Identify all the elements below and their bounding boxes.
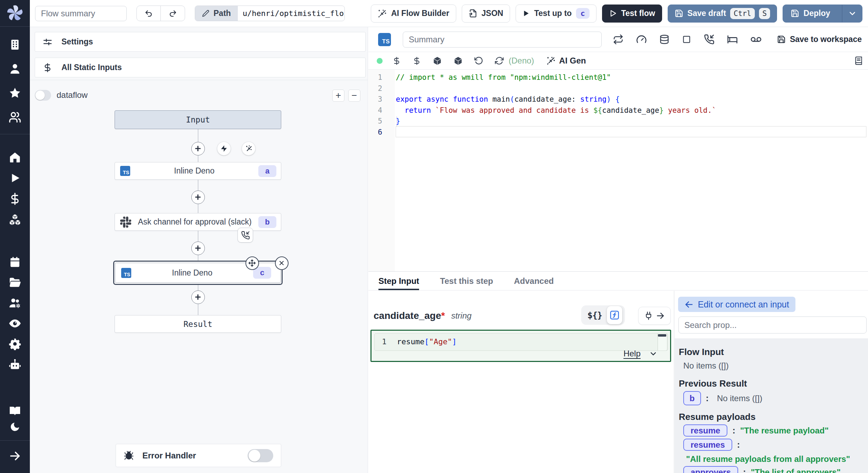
sidebar-item-folders[interactable] [0, 272, 30, 293]
assets-icon[interactable] [392, 57, 401, 65]
sidebar-item-docs[interactable] [0, 403, 30, 419]
path-group: Path u/henri/optimistic_flo [195, 6, 345, 21]
json-button[interactable]: JSON [462, 5, 510, 23]
path-edit-button[interactable]: Path [195, 6, 238, 21]
zoom-in-button[interactable]: + [332, 90, 344, 102]
sidebar-item-home[interactable] [0, 147, 30, 168]
package-icon[interactable] [433, 56, 442, 66]
line-number-active: 6 [368, 127, 382, 138]
variables-icon[interactable] [412, 57, 421, 65]
deploy-dropdown-button[interactable] [842, 5, 862, 22]
step-header-row: TS Summary Save to workspace [368, 27, 868, 52]
windmill-logo[interactable] [0, 0, 30, 27]
folder-open-icon [9, 276, 21, 289]
suspend-icon[interactable] [704, 34, 715, 45]
plus-icon [194, 145, 202, 152]
ai-flow-builder-label: AI Flow Builder [391, 9, 449, 18]
all-static-inputs-row[interactable]: All Static Inputs [35, 58, 366, 77]
code-editor[interactable]: 1// import * as wmill from "npm:windmill… [368, 70, 868, 271]
reset-icon[interactable] [474, 56, 483, 65]
test-flow-label: Test flow [621, 9, 655, 18]
mock-icon[interactable] [750, 34, 762, 45]
test-flow-button[interactable]: Test flow [602, 5, 662, 23]
ai-flow-builder-button[interactable]: AI Flow Builder [371, 5, 456, 23]
search-prop-input[interactable]: Search prop... [678, 316, 867, 333]
tab-step-input[interactable]: Step Input [378, 272, 419, 290]
connect-input-button[interactable] [638, 307, 671, 325]
sidebar-item-dark-mode[interactable] [0, 419, 30, 435]
help-link[interactable]: Help [624, 349, 641, 358]
sidebar-item-settings[interactable] [0, 333, 30, 354]
chevron-down-icon[interactable] [649, 349, 658, 358]
sidebar-item-runs[interactable] [0, 168, 30, 188]
sidebar-item-audit-logs[interactable] [0, 313, 30, 333]
reload-icon[interactable] [495, 56, 504, 65]
prop-chip-resumes[interactable]: resumes [683, 439, 732, 451]
bug-icon [124, 450, 134, 461]
add-step-button[interactable] [191, 142, 205, 155]
javascript-mode-button[interactable] [607, 306, 622, 324]
retries-icon[interactable] [613, 34, 624, 45]
save-icon [791, 9, 799, 18]
sidebar-item-ai[interactable] [0, 354, 30, 374]
prop-chip-b[interactable]: b [683, 391, 701, 405]
deploy-button[interactable]: Deploy [783, 5, 838, 22]
prop-chip-approvers[interactable]: approvers [683, 466, 738, 473]
flow-node-b[interactable]: Ask channel for approval (slack) b [115, 213, 281, 231]
colon: : [732, 425, 735, 436]
flow-node-a[interactable]: TS Inline Deno a [115, 162, 281, 180]
sidebar-item-resources[interactable] [0, 209, 30, 230]
ai-gen-button[interactable]: AI Gen [546, 56, 586, 66]
concurrency-icon[interactable] [636, 34, 647, 45]
cache-icon[interactable] [659, 34, 669, 44]
add-step-button[interactable] [191, 290, 205, 304]
redo-button[interactable] [161, 6, 185, 21]
sidebar-item-workspace[interactable] [0, 32, 30, 57]
early-stop-icon[interactable] [682, 35, 691, 44]
sleep-icon[interactable] [727, 34, 738, 45]
gear-icon [9, 338, 21, 350]
expression-editor[interactable]: 1 resume["Age"] Help [370, 330, 671, 362]
library-icon[interactable] [854, 56, 863, 65]
sidebar-item-user[interactable] [0, 57, 30, 81]
flow-node-input[interactable]: Input [115, 110, 281, 129]
add-step-button[interactable] [191, 191, 205, 204]
add-trigger-button[interactable] [217, 142, 231, 155]
dataflow-toggle[interactable] [35, 90, 51, 101]
package-icon[interactable] [453, 56, 463, 66]
tab-test-this-step[interactable]: Test this step [440, 272, 493, 290]
add-step-button[interactable] [191, 242, 205, 255]
error-handler-row[interactable]: Error Handler [116, 444, 281, 467]
tab-step-input-label: Step Input [378, 276, 419, 286]
prop-chip-resume[interactable]: resume [683, 424, 727, 437]
cubes-icon [8, 213, 22, 226]
delete-node-button[interactable] [275, 256, 289, 270]
test-up-to-button[interactable]: Test up to c [516, 5, 596, 23]
sidebar-item-favorites[interactable] [0, 81, 30, 105]
sidebar-item-workers[interactable] [0, 293, 30, 313]
path-value-input[interactable]: u/henri/optimistic_flo [238, 6, 344, 21]
flow-summary-input[interactable]: Flow summary [35, 6, 127, 21]
ai-add-step-button[interactable] [242, 142, 256, 155]
settings-row[interactable]: Settings [35, 32, 366, 52]
sidebar-item-groups[interactable] [0, 105, 30, 129]
expression-scrollbar[interactable] [658, 333, 667, 351]
sidebar-item-variables[interactable] [0, 188, 30, 209]
expression-line-number: 1 [382, 337, 386, 346]
zoom-out-button[interactable]: − [348, 90, 360, 102]
sidebar-collapse-button[interactable] [0, 446, 30, 466]
move-node-button[interactable] [245, 256, 259, 270]
error-handler-toggle[interactable] [248, 449, 273, 462]
tab-advanced[interactable]: Advanced [514, 272, 554, 290]
sidebar-item-schedules[interactable] [0, 252, 30, 272]
summary-input[interactable]: Summary [403, 32, 602, 48]
suspend-approval-icon[interactable] [237, 228, 253, 243]
save-draft-button[interactable]: Save draft Ctrl S [668, 5, 777, 23]
undo-button[interactable] [137, 6, 161, 21]
template-mode-button[interactable]: ${} [587, 310, 602, 320]
save-to-workspace-button[interactable]: Save to workspace [777, 35, 862, 44]
flow-node-result[interactable]: Result [115, 315, 281, 333]
language-label[interactable]: (Deno) [509, 56, 534, 66]
input-mode-toggle-group: ${} [581, 305, 625, 325]
edit-or-connect-button[interactable]: Edit or connect an input [678, 297, 795, 312]
